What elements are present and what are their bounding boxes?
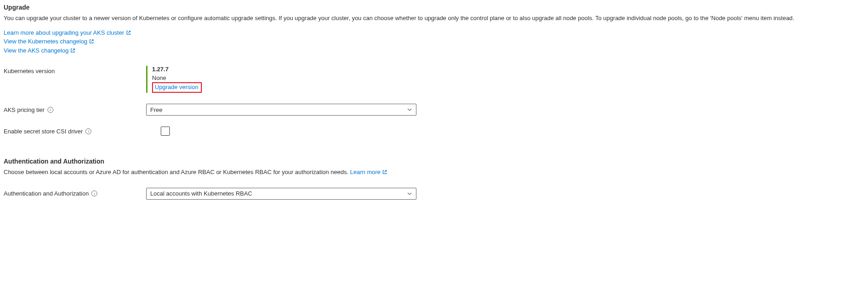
k8s-version-value: 1.27.7 <box>152 66 202 73</box>
auth-dropdown[interactable]: Local accounts with Kubernetes RBAC <box>146 188 416 200</box>
auth-description-block: Choose between local accounts or Azure A… <box>4 168 401 177</box>
csi-driver-label-text: Enable secret store CSI driver <box>4 128 83 135</box>
auth-field-label: Authentication and Authorization i <box>4 190 146 197</box>
learn-more-aks-link[interactable]: Learn more about upgrading your AKS clus… <box>4 28 131 37</box>
k8s-version-value-block: 1.27.7 None Upgrade version <box>146 66 202 93</box>
k8s-changelog-link[interactable]: View the Kubernetes changelog <box>4 37 94 46</box>
auth-section: Authentication and Authorization Choose … <box>4 158 864 200</box>
external-link-icon <box>126 30 131 35</box>
pricing-tier-label-text: AKS pricing tier <box>4 106 45 113</box>
csi-driver-row: Enable secret store CSI driver i <box>4 127 864 136</box>
pricing-tier-row: AKS pricing tier i Free <box>4 104 864 116</box>
k8s-version-none: None <box>152 74 202 81</box>
pricing-tier-dropdown-value: Free <box>150 106 407 113</box>
auth-field-label-text: Authentication and Authorization <box>4 190 89 197</box>
auth-field-row: Authentication and Authorization i Local… <box>4 188 864 200</box>
k8s-version-label: Kubernetes version <box>4 66 146 74</box>
aks-changelog-link[interactable]: View the AKS changelog <box>4 46 75 55</box>
upgrade-version-highlight: Upgrade version <box>152 82 202 93</box>
pricing-tier-dropdown[interactable]: Free <box>146 104 416 116</box>
k8s-version-row: Kubernetes version 1.27.7 None Upgrade v… <box>4 66 864 93</box>
upgrade-section: Upgrade You can upgrade your cluster to … <box>4 4 864 136</box>
chevron-down-icon <box>407 191 412 196</box>
info-icon[interactable]: i <box>91 191 97 196</box>
aks-changelog-link-text: View the AKS changelog <box>4 46 68 55</box>
k8s-changelog-link-text: View the Kubernetes changelog <box>4 37 87 46</box>
upgrade-version-link[interactable]: Upgrade version <box>155 84 198 90</box>
upgrade-heading: Upgrade <box>4 4 864 11</box>
chevron-down-icon <box>407 107 412 112</box>
auth-learn-more-text: Learn more <box>350 168 380 177</box>
csi-driver-label: Enable secret store CSI driver i <box>4 128 146 135</box>
pricing-tier-label: AKS pricing tier i <box>4 106 146 113</box>
learn-more-aks-link-text: Learn more about upgrading your AKS clus… <box>4 28 124 37</box>
auth-learn-more-link[interactable]: Learn more <box>350 168 387 177</box>
external-link-icon <box>382 170 387 175</box>
info-icon[interactable]: i <box>47 107 53 113</box>
upgrade-description: You can upgrade your cluster to a newer … <box>4 14 864 23</box>
external-link-icon <box>89 39 94 44</box>
auth-description: Choose between local accounts or Azure A… <box>4 169 350 175</box>
csi-driver-checkbox[interactable] <box>161 127 170 136</box>
external-link-icon <box>70 48 75 53</box>
auth-heading: Authentication and Authorization <box>4 158 864 165</box>
auth-dropdown-value: Local accounts with Kubernetes RBAC <box>150 190 407 197</box>
upgrade-links: Learn more about upgrading your AKS clus… <box>4 28 864 55</box>
info-icon[interactable]: i <box>85 128 91 134</box>
